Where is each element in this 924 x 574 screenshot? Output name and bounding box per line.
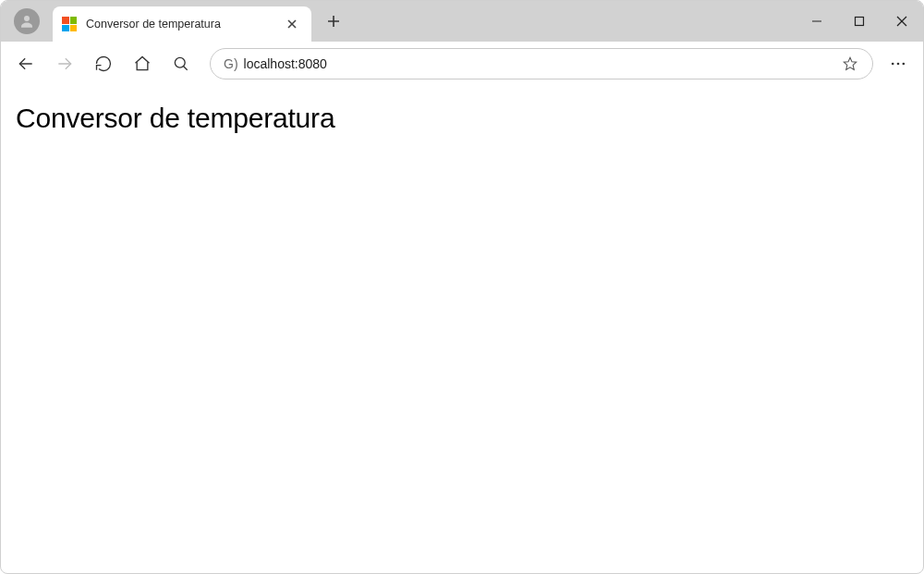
search-icon bbox=[172, 55, 190, 73]
arrow-right-icon bbox=[55, 55, 74, 73]
refresh-button[interactable] bbox=[86, 46, 121, 81]
back-button[interactable] bbox=[8, 46, 43, 81]
maximize-button[interactable] bbox=[838, 1, 881, 42]
search-button[interactable] bbox=[164, 46, 199, 81]
page-heading: Conversor de temperatura bbox=[16, 103, 908, 134]
svg-point-0 bbox=[24, 16, 30, 21]
minimize-icon bbox=[811, 16, 822, 27]
new-tab-button[interactable] bbox=[319, 1, 348, 42]
address-url[interactable]: localhost:8080 bbox=[244, 56, 837, 71]
page-content: Conversor de temperatura bbox=[1, 86, 923, 151]
ellipsis-icon bbox=[889, 55, 907, 73]
more-button[interactable] bbox=[881, 46, 916, 81]
home-icon bbox=[133, 55, 152, 73]
window-controls bbox=[796, 1, 923, 42]
maximize-icon bbox=[854, 16, 865, 27]
svg-marker-13 bbox=[844, 57, 857, 69]
svg-point-15 bbox=[897, 63, 900, 66]
close-window-button[interactable] bbox=[881, 1, 923, 42]
home-button[interactable] bbox=[125, 46, 160, 81]
star-icon bbox=[842, 55, 858, 72]
plus-icon bbox=[327, 15, 340, 28]
titlebar-left bbox=[1, 1, 53, 42]
close-icon bbox=[287, 19, 297, 29]
minimize-button[interactable] bbox=[796, 1, 838, 42]
forward-button bbox=[47, 46, 82, 81]
svg-point-11 bbox=[175, 57, 185, 67]
profile-button[interactable] bbox=[14, 8, 40, 34]
tab-close-button[interactable] bbox=[282, 14, 302, 34]
address-bar[interactable]: G) localhost:8080 bbox=[210, 48, 873, 79]
toolbar: G) localhost:8080 bbox=[1, 42, 923, 86]
microsoft-favicon-icon bbox=[62, 17, 77, 31]
titlebar: Conversor de temperatura bbox=[1, 1, 923, 42]
svg-line-12 bbox=[184, 67, 188, 70]
address-prefix: G) bbox=[224, 56, 238, 71]
refresh-icon bbox=[94, 55, 113, 73]
svg-point-16 bbox=[903, 63, 906, 66]
favorite-button[interactable] bbox=[837, 51, 863, 77]
profile-icon bbox=[18, 13, 35, 30]
arrow-left-icon bbox=[17, 55, 35, 73]
tab-title: Conversor de temperatura bbox=[86, 18, 282, 31]
close-icon bbox=[896, 16, 907, 27]
svg-rect-6 bbox=[856, 18, 864, 26]
svg-point-14 bbox=[892, 63, 894, 66]
browser-tab[interactable]: Conversor de temperatura bbox=[53, 6, 311, 42]
